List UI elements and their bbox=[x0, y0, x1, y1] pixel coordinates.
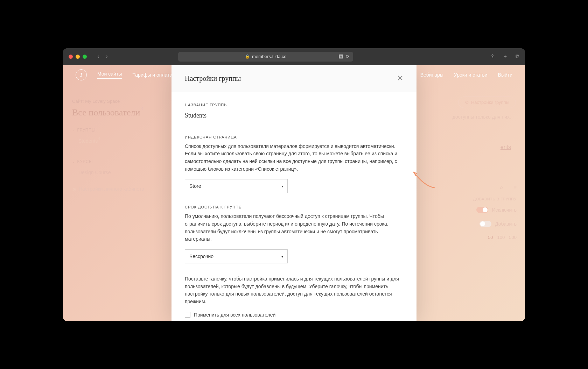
caret-down-icon: ▾ bbox=[281, 184, 283, 188]
group-settings-button[interactable]: ⚙ Настройки группы bbox=[458, 97, 516, 108]
nav-arrows: ‹ › bbox=[97, 53, 108, 60]
index-page-desc: Список доступных для пользователя матери… bbox=[185, 143, 403, 173]
sidebar-groups-head[interactable]: ⌄ ГРУППЫ bbox=[72, 128, 150, 133]
toggle-add-row: Добавить bbox=[449, 221, 519, 227]
pager-50[interactable]: 50 bbox=[488, 235, 493, 240]
modal-header: Настройки группы ✕ bbox=[172, 65, 416, 92]
group-name-label: НАЗВАНИЕ ГРУППЫ bbox=[185, 103, 403, 107]
checkbox-desc: Поставьте галочку, чтобы настройка приме… bbox=[185, 275, 403, 306]
pager-500[interactable]: 500 bbox=[509, 235, 517, 240]
browser-titlebar: ‹ › 🔒 members.tilda.cc 🅰 ⟳ ⇪ ＋ ⧉ bbox=[63, 48, 525, 65]
actions-column: ⌕ ≡ ДОБАВИТЬ В ГРУППУ Исключить Добавить… bbox=[449, 184, 519, 240]
page-title: Все пользователи6 bbox=[72, 107, 150, 118]
group-settings-modal: Настройки группы ✕ НАЗВАНИЕ ГРУППЫ ИНДЕК… bbox=[172, 65, 416, 321]
group-name-input[interactable] bbox=[185, 111, 403, 123]
sidebar-item-students[interactable]: Students6 bbox=[72, 136, 150, 146]
nav-logout[interactable]: Выйти bbox=[498, 72, 512, 78]
new-tab-icon[interactable]: ＋ bbox=[503, 53, 508, 60]
add-label: Добавить bbox=[495, 221, 517, 227]
logo-icon[interactable]: T bbox=[76, 69, 87, 80]
titlebar-right: ⇪ ＋ ⧉ bbox=[490, 53, 519, 60]
apply-all-checkbox[interactable] bbox=[185, 312, 190, 318]
bg-link[interactable]: ents bbox=[500, 144, 511, 150]
maximize-window-button[interactable] bbox=[83, 55, 87, 59]
add-to-group-label: ДОБАВИТЬ В ГРУППУ bbox=[449, 197, 519, 201]
forward-button[interactable]: › bbox=[106, 53, 108, 60]
sidebar: Сайт: My Lovely Space Все пользователи6 … bbox=[70, 99, 150, 193]
index-page-select[interactable]: Store ▾ bbox=[185, 179, 288, 193]
viewport: T Мои сайты Тарифы и оплата Профиль Приг… bbox=[63, 65, 525, 321]
sidebar-courses-head[interactable]: ⌄ КУРСЫ bbox=[72, 159, 150, 164]
pager: 50 100 500 bbox=[449, 235, 519, 240]
chevron-down-icon: ⌄ bbox=[72, 128, 75, 132]
chevron-down-icon: ⌄ bbox=[72, 159, 75, 163]
nav-pricing[interactable]: Тарифы и оплата bbox=[132, 72, 172, 78]
url-host: members.tilda.cc bbox=[252, 54, 286, 59]
access-period-value: Бессрочно bbox=[189, 254, 214, 259]
nav-my-sites[interactable]: Мои сайты bbox=[97, 71, 122, 79]
sidebar-cabinet-settings[interactable]: ⚙ Настройки личного кабинета bbox=[72, 186, 150, 193]
toggle-exclude-row: Исключить bbox=[449, 207, 519, 213]
nav-webinars[interactable]: Вебинары bbox=[420, 72, 443, 78]
close-icon[interactable]: ✕ bbox=[397, 74, 403, 83]
apply-all-label: Применить для всех пользователей bbox=[194, 312, 275, 318]
search-icon[interactable]: ⌕ bbox=[500, 184, 503, 190]
gear-icon: ⚙ bbox=[72, 186, 77, 193]
share-icon[interactable]: ⇪ bbox=[490, 53, 495, 60]
site-label: Сайт: My Lovely Space bbox=[72, 99, 150, 104]
sidebar-item-course[interactable]: Design Course bbox=[72, 168, 150, 177]
access-period-desc: По умолчанию, пользователи получают бесс… bbox=[185, 213, 403, 243]
access-period-label: СРОК ДОСТУПА К ГРУППЕ bbox=[185, 205, 403, 209]
caret-down-icon: ▾ bbox=[281, 255, 283, 258]
reload-group: 🅰 ⟳ bbox=[339, 54, 350, 59]
browser-window: ‹ › 🔒 members.tilda.cc 🅰 ⟳ ⇪ ＋ ⧉ T Мои с… bbox=[63, 48, 525, 321]
pager-100[interactable]: 100 bbox=[497, 235, 505, 240]
reload-icon[interactable]: ⟳ bbox=[346, 54, 350, 59]
modal-title: Настройки группы bbox=[185, 74, 241, 83]
exclude-toggle[interactable] bbox=[476, 207, 488, 213]
url-bar[interactable]: 🔒 members.tilda.cc 🅰 ⟳ bbox=[178, 52, 353, 62]
index-page-label: ИНДЕКСНАЯ СТРАНИЦА bbox=[185, 135, 403, 139]
gear-icon: ⚙ bbox=[465, 100, 469, 105]
access-select-wrap: Бессрочно ▾ bbox=[185, 249, 288, 263]
index-page-value: Store bbox=[189, 183, 201, 189]
apply-all-checkbox-row[interactable]: Применить для всех пользователей bbox=[185, 312, 403, 318]
filter-icon[interactable]: ≡ bbox=[513, 184, 517, 190]
add-toggle[interactable] bbox=[479, 221, 491, 227]
tabs-icon[interactable]: ⧉ bbox=[516, 53, 519, 60]
translate-icon[interactable]: 🅰 bbox=[339, 54, 343, 59]
index-page-select-wrap: Store ▾ bbox=[185, 179, 288, 193]
access-period-select[interactable]: Бессрочно ▾ bbox=[185, 249, 288, 263]
modal-body: НАЗВАНИЕ ГРУППЫ ИНДЕКСНАЯ СТРАНИЦА Списо… bbox=[172, 92, 416, 321]
window-controls bbox=[69, 55, 87, 59]
close-window-button[interactable] bbox=[69, 55, 73, 59]
lock-icon: 🔒 bbox=[245, 54, 250, 59]
exclude-label: Исключить bbox=[492, 207, 517, 213]
back-button[interactable]: ‹ bbox=[97, 53, 99, 60]
minimize-window-button[interactable] bbox=[76, 55, 80, 59]
nav-lessons[interactable]: Уроки и статьи bbox=[454, 72, 488, 78]
